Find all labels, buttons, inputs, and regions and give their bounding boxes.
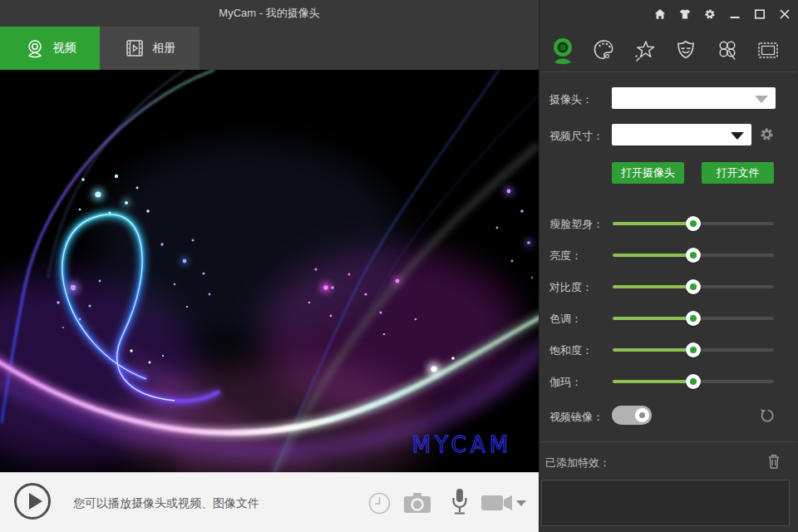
slider-thumb-dot (690, 220, 697, 227)
face-slim-slider[interactable] (613, 216, 774, 231)
toggle-knob (635, 408, 649, 422)
tab-album-label: 相册 (153, 41, 176, 56)
settings-panel: 摄像头： 视频尺寸： 打开摄像头 打开文件 瘦脸塑身： 亮度： (539, 0, 798, 532)
video-preview[interactable]: MYCAM (0, 70, 539, 472)
open-file-button[interactable]: 打开文件 (702, 162, 774, 184)
mask-icon[interactable] (673, 37, 698, 65)
title-bar: MyCam - 我的摄像头 (0, 0, 539, 27)
trash-icon[interactable] (767, 454, 781, 469)
minimize-icon[interactable] (729, 8, 741, 20)
contrast-slider[interactable] (613, 279, 774, 294)
toggle-knob-dot (639, 412, 645, 418)
slider-thumb[interactable] (686, 216, 701, 231)
mirror-label: 视频镜像： (549, 410, 603, 425)
gamma-label: 伽玛： (549, 375, 582, 390)
snapshot-camera-icon[interactable] (403, 473, 431, 532)
slider-thumb-dot (690, 347, 697, 353)
preview-art: MYCAM (0, 70, 539, 472)
slider-fill (613, 317, 693, 320)
gamma-slider[interactable] (613, 374, 774, 389)
saturation-slider[interactable] (613, 342, 774, 357)
left-pane: MyCam - 我的摄像头 视频 相册 (0, 0, 539, 532)
play-button[interactable] (14, 483, 51, 520)
slider-thumb-dot (690, 315, 697, 322)
timer-icon[interactable] (368, 473, 391, 532)
panel-toolbar (539, 35, 798, 66)
chevron-down-icon (755, 96, 768, 103)
webcam-tab-icon[interactable] (550, 37, 575, 65)
open-camera-button[interactable]: 打开摄像头 (612, 162, 684, 184)
effects-label: 已添加特效： (545, 456, 610, 470)
saturation-label: 饱和度： (549, 343, 593, 358)
video-size-select[interactable] (612, 124, 751, 145)
face-slim-label: 瘦脸塑身： (549, 217, 603, 232)
microphone-icon[interactable] (449, 473, 470, 532)
webcam-outline-icon (24, 37, 46, 59)
record-options-caret[interactable] (516, 473, 526, 532)
gear-icon[interactable] (704, 8, 716, 20)
filmstrip-icon (124, 37, 145, 59)
player-bar: 您可以播放摄像头或视频、图像文件 (0, 472, 539, 532)
tab-bar: 视频 相册 (0, 27, 539, 70)
divider (541, 441, 796, 442)
reset-icon[interactable] (760, 408, 775, 423)
home-icon[interactable] (654, 8, 666, 20)
slider-fill (613, 254, 693, 257)
skin-shirt-icon[interactable] (679, 8, 691, 20)
maximize-icon[interactable] (754, 8, 766, 20)
frame-icon[interactable] (756, 37, 781, 65)
caret-down-icon (516, 500, 526, 506)
video-size-label: 视频尺寸： (549, 129, 603, 144)
camera-label: 摄像头： (549, 92, 593, 107)
close-icon[interactable] (779, 8, 791, 20)
tab-video[interactable]: 视频 (0, 27, 100, 70)
slider-thumb-dot (690, 252, 697, 259)
record-video-icon[interactable] (480, 473, 514, 532)
hue-label: 色调： (549, 312, 582, 327)
slider-fill (613, 348, 693, 352)
watermark-text: MYCAM (412, 432, 512, 457)
slider-fill (613, 222, 693, 225)
play-icon (29, 493, 42, 510)
slider-thumb-dot (690, 378, 697, 385)
player-hint: 您可以播放摄像头或视频、图像文件 (73, 473, 259, 532)
mirror-toggle[interactable] (612, 406, 652, 425)
slider-thumb[interactable] (686, 248, 701, 263)
slider-fill (613, 285, 693, 288)
brightness-label: 亮度： (549, 249, 582, 264)
tab-album[interactable]: 相册 (100, 27, 200, 70)
contrast-label: 对比度： (549, 280, 593, 295)
slider-thumb-dot (690, 283, 697, 290)
slider-thumb[interactable] (686, 374, 701, 389)
tab-video-label: 视频 (53, 41, 76, 56)
brightness-slider[interactable] (613, 248, 774, 263)
size-settings-gear-icon[interactable] (759, 126, 775, 142)
magic-effects-icon[interactable] (633, 37, 658, 65)
clover-decoration-icon[interactable] (715, 37, 740, 65)
chevron-down-icon (731, 132, 744, 140)
slider-thumb[interactable] (686, 279, 701, 294)
mycam-window: MyCam - 我的摄像头 视频 相册 (0, 0, 798, 532)
window-controls (654, 8, 791, 20)
effects-list-box (541, 480, 790, 526)
slider-fill (613, 380, 693, 383)
window-title: MyCam - 我的摄像头 (0, 0, 539, 27)
divider (541, 71, 796, 72)
hue-slider[interactable] (613, 311, 774, 326)
beautify-palette-icon[interactable] (591, 37, 616, 65)
camera-select[interactable] (612, 87, 776, 109)
slider-thumb[interactable] (686, 311, 701, 326)
slider-thumb[interactable] (686, 342, 701, 357)
